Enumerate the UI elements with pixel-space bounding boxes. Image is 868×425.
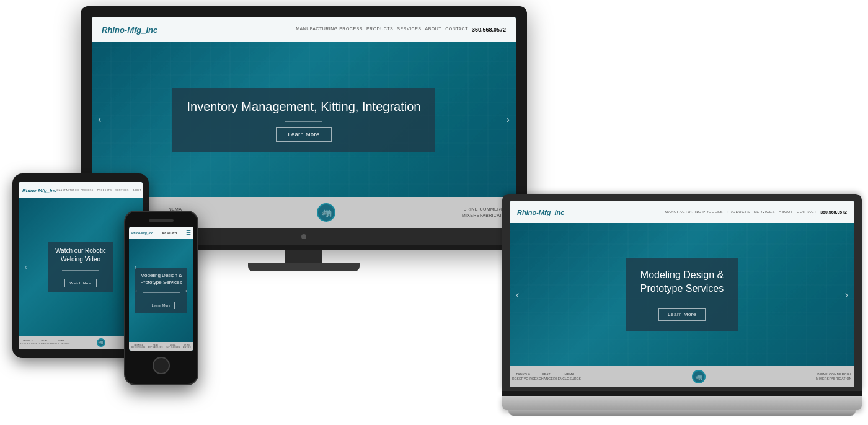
laptop-base-bottom — [508, 410, 856, 416]
tablet-nav-links: MANUFACTURING PROCESS PRODUCTS SERVICES … — [57, 189, 143, 192]
monitor-nav-products[interactable]: PRODUCTS — [366, 27, 393, 33]
monitor-footer-brine[interactable]: BRINEMIXERS — [462, 206, 480, 219]
phone-frame: Rhino-Mfg_Inc 360.568.0572 ☰ ‹ Modeling … — [124, 211, 198, 385]
monitor-arrow-left[interactable]: ‹ — [94, 112, 105, 128]
phone-footer-heat[interactable]: HEATEXCHANGERS — [148, 344, 163, 349]
phone-hero: ‹ Modeling Design & Prototype Services L… — [129, 239, 193, 342]
laptop-hero-title: Modeling Design & Prototype Services — [640, 268, 724, 296]
laptop-footer-tanks[interactable]: TANKS &RESERVOIRS — [512, 372, 534, 381]
phone-hero-btn[interactable]: Learn More — [148, 302, 175, 309]
tablet-footer-logo: 🦏 — [97, 338, 105, 347]
laptop-arrow-left[interactable]: ‹ — [512, 287, 523, 303]
monitor-nav-links: MANUFACTURING PROCESS PRODUCTS SERVICES … — [296, 27, 506, 33]
phone-hero-title-line1: Modeling Design & — [140, 273, 182, 278]
monitor-hero-title: Inventory Management, Kitting, Integrati… — [187, 98, 421, 115]
laptop-hinge — [502, 391, 862, 396]
laptop-arrow-right[interactable]: › — [841, 287, 852, 303]
laptop-nav-services[interactable]: SERVICES — [754, 210, 775, 214]
laptop-footer-heat[interactable]: HEATEXCHANGERS — [534, 372, 558, 381]
laptop-nav-contact[interactable]: CONTACT — [797, 210, 817, 214]
tablet-nav-manufacturing[interactable]: MANUFACTURING PROCESS — [57, 189, 94, 192]
phone-home-button[interactable] — [153, 357, 170, 374]
laptop-lid: Rhino-Mfg_Inc MANUFACTURING PROCESS PROD… — [502, 194, 862, 391]
laptop-footer-brine[interactable]: BRINEMIXERS — [816, 372, 829, 381]
phone-logo: Rhino-Mfg_Inc — [131, 231, 153, 235]
laptop-hero-btn[interactable]: Learn More — [658, 308, 706, 321]
monitor-nav-phone: 360.568.0572 — [472, 27, 506, 33]
monitor-hero-box: Inventory Management, Kitting, Integrati… — [172, 88, 436, 152]
phone-nav: Rhino-Mfg_Inc 360.568.0572 ☰ — [129, 227, 193, 239]
laptop-footer-nav: TANKS &RESERVOIRS HEATEXCHANGERS NEMAENC… — [510, 366, 854, 387]
monitor-nav-about[interactable]: ABOUT — [425, 27, 442, 33]
monitor-arrow-right[interactable]: › — [503, 112, 513, 128]
laptop: Rhino-Mfg_Inc MANUFACTURING PROCESS PROD… — [502, 194, 862, 416]
tablet-footer-tanks[interactable]: TANKS &RESERVOIRS — [20, 340, 36, 346]
phone-screen: Rhino-Mfg_Inc 360.568.0572 ☰ ‹ Modeling … — [129, 227, 193, 351]
phone-footer-nema[interactable]: NEMAENCLOSURES — [166, 344, 180, 349]
laptop-screen: Rhino-Mfg_Inc MANUFACTURING PROCESS PROD… — [510, 201, 854, 387]
scene: Rhino-Mfg_Inc MANUFACTURING PROCESS PROD… — [0, 0, 868, 425]
laptop-hero: ‹ Modeling Design & Prototype Services L… — [510, 223, 854, 366]
monitor-nav-manufacturing[interactable]: MANUFACTURING PROCESS — [296, 27, 363, 33]
tablet-hero-title: Watch our Robotic Welding Video — [55, 247, 106, 264]
monitor-hero-divider — [285, 121, 322, 122]
phone-hero-box: Modeling Design & Prototype Services Lea… — [135, 268, 187, 312]
laptop-nav-manufacturing[interactable]: MANUFACTURING PROCESS — [665, 210, 723, 214]
phone-arrow-left[interactable]: ‹ — [131, 285, 141, 296]
tablet-hero-box: Watch our Robotic Welding Video Watch No… — [48, 242, 113, 292]
phone-footer-nav: TANKS &RESERVOIRS HEATEXCHANGERS NEMAENC… — [129, 342, 193, 351]
phone-hero-title: Modeling Design & Prototype Services — [140, 272, 182, 286]
monitor-cam — [301, 234, 306, 239]
monitor-stand-base — [248, 263, 360, 271]
laptop-nav: Rhino-Mfg_Inc MANUFACTURING PROCESS PROD… — [510, 201, 854, 223]
laptop-nav-about[interactable]: ABOUT — [779, 210, 793, 214]
phone-hero-title-line2: Prototype Services — [140, 279, 182, 285]
monitor-nav: Rhino-Mfg_Inc MANUFACTURING PROCESS PROD… — [92, 17, 516, 42]
phone-hero-divider — [143, 292, 180, 293]
laptop-footer-logo: 🦏 — [692, 370, 706, 383]
tablet-hero-divider — [62, 270, 99, 271]
laptop-footer-commercial[interactable]: COMMERCIALFABRICATION — [829, 372, 852, 381]
monitor-logo: Rhino-Mfg_Inc — [102, 25, 157, 35]
tablet-arrow-left[interactable]: ‹ — [21, 261, 30, 273]
laptop-hero-box: Modeling Design & Prototype Services Lea… — [626, 258, 738, 331]
tablet-footer-heat[interactable]: HEATEXCHANGERS — [36, 340, 53, 346]
smartphone: Rhino-Mfg_Inc 360.568.0572 ☰ ‹ Modeling … — [124, 211, 198, 385]
monitor-footer-logo: 🦏 — [317, 203, 335, 222]
laptop-nav-products[interactable]: PRODUCTS — [727, 210, 750, 214]
tablet-hero-title-line2: Welding Video — [61, 256, 100, 263]
monitor-nav-contact[interactable]: CONTACT — [445, 27, 468, 33]
phone-arrow-right[interactable]: › — [182, 285, 191, 296]
laptop-hero-title-line1: Modeling Design & — [640, 269, 724, 280]
phone-speaker — [149, 219, 174, 222]
tablet-arrow-right[interactable]: › — [131, 261, 140, 273]
laptop-footer-nema[interactable]: NEMAENCLOSURES — [558, 372, 581, 381]
tablet-nav: Rhino-Mfg_Inc MANUFACTURING PROCESS PROD… — [19, 182, 143, 198]
laptop-hero-divider — [663, 302, 701, 302]
phone-footer-tanks[interactable]: TANKS &RESERVOIRS — [131, 344, 146, 349]
tablet-logo: Rhino-Mfg_Inc — [22, 188, 57, 193]
laptop-hero-title-line2: Prototype Services — [640, 283, 724, 294]
tablet-hero-btn[interactable]: Watch Now — [64, 279, 97, 287]
phone-footer-brine[interactable]: BRINEMIXERS — [183, 344, 191, 349]
tablet-hero-title-line1: Watch our Robotic — [55, 247, 106, 254]
laptop-logo: Rhino-Mfg_Inc — [517, 209, 564, 216]
monitor-screen: Rhino-Mfg_Inc MANUFACTURING PROCESS PROD… — [92, 17, 516, 228]
monitor-hero-btn[interactable]: Learn More — [276, 127, 331, 142]
monitor-nav-services[interactable]: SERVICES — [397, 27, 421, 33]
tablet-footer-nema[interactable]: NEMAENCLOSURES — [53, 340, 69, 346]
tablet-nav-about[interactable]: ABOUT — [133, 189, 142, 192]
phone-nav-phone: 360.568.0572 — [162, 232, 177, 235]
tablet-nav-products[interactable]: PRODUCTS — [97, 189, 112, 192]
hamburger-icon[interactable]: ☰ — [186, 230, 191, 236]
tablet-nav-services[interactable]: SERVICES — [115, 189, 129, 192]
laptop-nav-phone: 360.568.0572 — [820, 210, 847, 214]
laptop-nav-links: MANUFACTURING PROCESS PRODUCTS SERVICES … — [665, 210, 847, 214]
laptop-base — [502, 396, 862, 410]
monitor-stand-neck — [285, 250, 322, 263]
monitor-hero: ‹ Inventory Management, Kitting, Integra… — [92, 42, 516, 197]
